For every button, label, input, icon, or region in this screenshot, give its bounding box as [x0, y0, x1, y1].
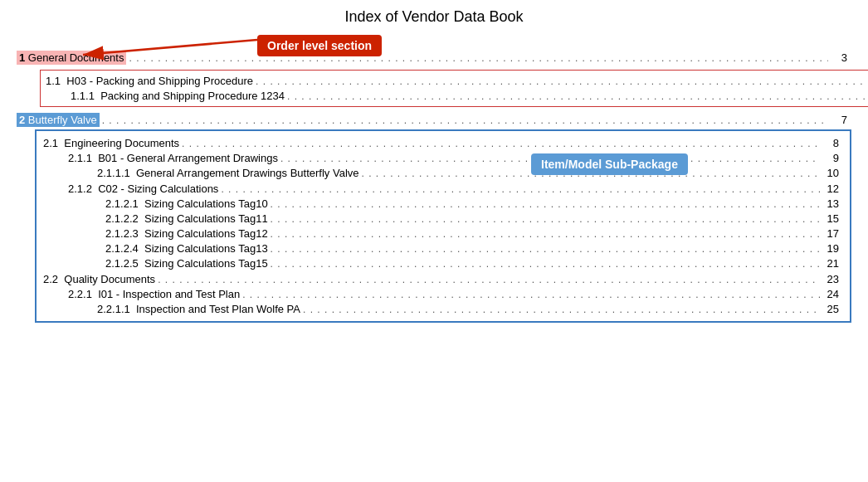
entry-2-2: 2.2 Quality Documents 23 — [43, 273, 843, 285]
entry-2-1-2-4-dots — [271, 242, 820, 255]
entry-2-1-2-3-label: 2.1.2.3 Sizing Calculations Tag12 — [105, 227, 268, 240]
entry-2-2-1-dots — [242, 288, 820, 300]
entry-2-1-2-3-page: 17 — [822, 227, 843, 240]
entry-1-1-dots — [256, 75, 864, 87]
entry-2-2-1-1-label: 2.2.1.1 Inspection and Test Plan Wolfe P… — [97, 303, 300, 315]
entry-1-1: 1.1 H03 - Packing and Shipping Procedure… — [46, 75, 868, 87]
sec1-page: 3 — [831, 51, 851, 64]
sec2-page: 7 — [831, 114, 851, 126]
sec1-dots — [129, 51, 828, 64]
entry-2-1-1-1: 2.1.1.1 General Arrangement Drawings But… — [43, 167, 843, 179]
entry-2-1-page: 8 — [822, 137, 843, 149]
entry-2-1-2-dots — [221, 183, 820, 195]
page-container: Index of Vendor Data Book Order level se… — [0, 0, 868, 334]
entry-2-1-2-4: 2.1.2.4 Sizing Calculations Tag13 19 — [43, 242, 843, 255]
entry-2-1-2-2-dots — [271, 212, 820, 225]
entry-2-2-1-1-page: 25 — [822, 303, 843, 315]
entry-2-1-2-1-dots — [271, 197, 820, 210]
entry-2-1-2-3: 2.1.2.3 Sizing Calculations Tag12 17 — [43, 227, 843, 240]
sec2-dots — [102, 114, 828, 126]
entry-2-1-2-1-page: 13 — [822, 197, 843, 210]
entry-2-2-page: 23 — [822, 273, 843, 285]
entry-2-1-1-label: 2.1.1 B01 - General Arrangement Drawings — [68, 152, 278, 164]
entry-2-2-1-1: 2.2.1.1 Inspection and Test Plan Wolfe P… — [43, 303, 843, 315]
blue-border-box: 2.1 Engineering Documents 8 2.1.1 B01 - … — [35, 129, 851, 323]
entry-2-1-2-4-page: 19 — [822, 242, 843, 255]
entry-2-2-1-page: 24 — [822, 288, 843, 300]
entry-2-1-1-page: 9 — [822, 152, 843, 164]
entry-2-1-2-3-dots — [271, 227, 820, 240]
entry-2-1-2: 2.1.2 C02 - Sizing Calculations 12 — [43, 183, 843, 195]
entry-sec2: 2 Butterfly Valve 7 — [17, 113, 851, 127]
entry-2-1-1-1-label: 2.1.1.1 General Arrangement Drawings But… — [97, 167, 359, 179]
entry-2-2-label: 2.2 Quality Documents — [43, 273, 155, 285]
entry-1-1-1-dots — [287, 90, 865, 102]
red-border-box: 1.1 H03 - Packing and Shipping Procedure… — [40, 70, 868, 107]
entry-2-2-1-label: 2.2.1 I01 - Inspection and Test Plan — [68, 288, 240, 300]
entry-2-1-2-5-label: 2.1.2.5 Sizing Calculations Tag15 — [105, 257, 268, 270]
entry-2-1-2-2: 2.1.2.2 Sizing Calculations Tag11 15 — [43, 212, 843, 225]
entry-2-2-1: 2.2.1 I01 - Inspection and Test Plan 24 — [43, 288, 843, 300]
entry-1-1-1: 1.1.1 Packing and Shipping Procedure 123… — [46, 90, 868, 102]
entry-2-1-2-label: 2.1.2 C02 - Sizing Calculations — [68, 183, 218, 195]
entry-2-1-2-5-dots — [271, 257, 820, 270]
order-level-callout: Order level section — [257, 35, 382, 56]
entry-2-1-1-1-page: 10 — [822, 167, 843, 179]
entry-sec1: 1 General Documents 3 — [17, 51, 851, 65]
item-model-callout: Item/Model Sub-Package — [531, 153, 688, 175]
page-title: Index of Vendor Data Book — [17, 8, 851, 26]
entry-2-1-2-4-label: 2.1.2.4 Sizing Calculations Tag13 — [105, 242, 268, 255]
entry-2-2-1-1-dots — [303, 303, 820, 315]
entry-2-2-dots — [158, 273, 820, 285]
entry-2-1-2-2-label: 2.1.2.2 Sizing Calculations Tag11 — [105, 212, 268, 225]
entry-2-1-2-5-page: 21 — [822, 257, 843, 270]
entry-2-1-1: 2.1.1 B01 - General Arrangement Drawings… — [43, 152, 843, 164]
sec2-label: 2 Butterfly Valve — [17, 113, 100, 127]
sec1-label: 1 General Documents — [17, 51, 126, 65]
entry-2-1: 2.1 Engineering Documents 8 — [43, 137, 843, 149]
entry-1-1-1-label: 1.1.1 Packing and Shipping Procedure 123… — [71, 90, 285, 102]
entry-2-1-2-2-page: 15 — [822, 212, 843, 225]
entry-2-1-dots — [182, 137, 820, 149]
entry-2-1-2-page: 12 — [822, 183, 843, 195]
entry-2-1-2-1: 2.1.2.1 Sizing Calculations Tag10 13 — [43, 197, 843, 210]
entry-2-1-2-1-label: 2.1.2.1 Sizing Calculations Tag10 — [105, 197, 268, 210]
entry-1-1-label: 1.1 H03 - Packing and Shipping Procedure — [46, 75, 253, 87]
entry-2-1-2-5: 2.1.2.5 Sizing Calculations Tag15 21 — [43, 257, 843, 270]
entry-2-1-label: 2.1 Engineering Documents — [43, 137, 179, 149]
